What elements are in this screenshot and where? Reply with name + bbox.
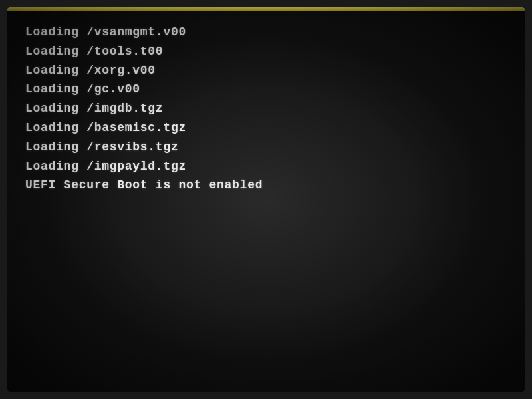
monitor-screen: Loading /vsanmgmt.v00Loading /tools.t00L…: [7, 7, 525, 392]
boot-console: Loading /vsanmgmt.v00Loading /tools.t00L…: [7, 11, 525, 392]
boot-line-3: Loading /gc.v00: [25, 80, 507, 99]
boot-line-6: Loading /resvibs.tgz: [25, 138, 507, 157]
boot-line-2: Loading /xorg.v00: [25, 61, 507, 80]
boot-line-1: Loading /tools.t00: [25, 42, 507, 61]
boot-line-4: Loading /imgdb.tgz: [25, 99, 507, 118]
boot-line-0: Loading /vsanmgmt.v00: [25, 23, 507, 42]
boot-line-7: Loading /imgpayld.tgz: [25, 157, 507, 176]
boot-line-5: Loading /basemisc.tgz: [25, 118, 507, 138]
boot-line-8: UEFI Secure Boot is not enabled: [25, 176, 507, 195]
